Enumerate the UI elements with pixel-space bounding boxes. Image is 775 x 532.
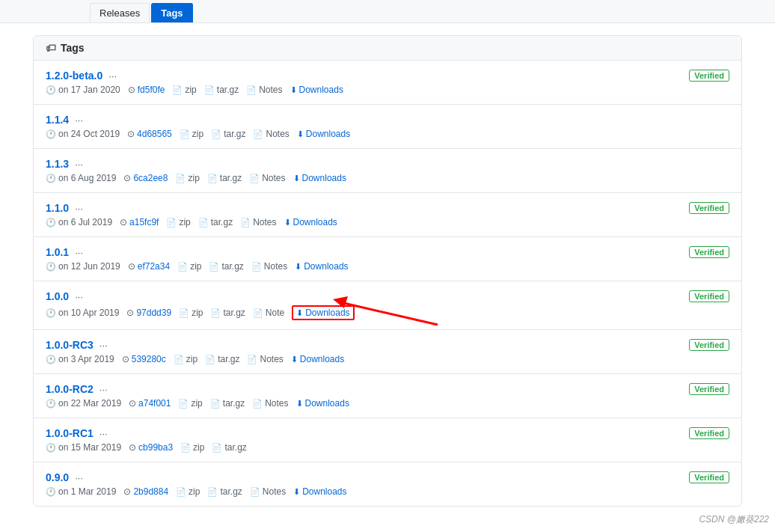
release-notes-link[interactable]: 📄 Notes [253, 129, 289, 139]
release-dots[interactable]: ··· [99, 428, 108, 439]
release-notes-link[interactable]: 📄 Notes [252, 398, 288, 409]
release-zip-link[interactable]: 📄 zip [180, 442, 204, 453]
verified-badge: Verified [689, 202, 729, 214]
release-targz-link[interactable]: 📄 tar.gz [211, 129, 245, 139]
release-targz-link[interactable]: 📄 tar.gz [207, 486, 242, 497]
verified-badge: Verified [689, 246, 729, 258]
tag-icon: 🏷 [46, 42, 56, 54]
main-container: 🏷 Tags 1.2.0-beta.0···Verified🕐 on 17 Ja… [21, 23, 754, 519]
release-version-link[interactable]: 1.0.0-RC3 [46, 339, 94, 351]
release-dots[interactable]: ··· [75, 159, 83, 170]
release-dots[interactable]: ··· [108, 70, 117, 82]
release-notes-link[interactable]: 📄 Notes [246, 85, 282, 95]
release-notes-link[interactable]: 📄 Notes [247, 354, 283, 364]
release-date: 🕐 on 6 Aug 2019 [46, 173, 116, 183]
release-commit[interactable]: ⊙ 6ca2ee8 [123, 173, 168, 183]
release-downloads-link[interactable]: ⬇ Downloads [295, 261, 348, 272]
table-row: 1.0.0-RC3···Verified🕐 on 3 Apr 2019⊙ 539… [34, 330, 741, 374]
release-targz-link[interactable]: 📄 tar.gz [207, 173, 242, 183]
release-version-link[interactable]: 1.1.0 [46, 202, 69, 214]
release-commit[interactable]: ⊙ a15fc9f [120, 217, 159, 227]
release-date: 🕐 on 1 Mar 2019 [46, 486, 116, 497]
release-targz-link[interactable]: 📄 tar.gz [198, 217, 233, 227]
tab-tags[interactable]: Tags [151, 3, 192, 22]
release-zip-link[interactable]: 📄 zip [180, 129, 203, 139]
release-targz-link[interactable]: 📄 tar.gz [209, 261, 243, 272]
tags-header: 🏷 Tags [34, 36, 741, 61]
release-date: 🕐 on 22 Mar 2019 [46, 398, 121, 409]
table-row: 0.9.0···Verified🕐 on 1 Mar 2019⊙ 2b9d884… [34, 462, 741, 506]
table-row: 1.0.1···Verified🕐 on 12 Jun 2019⊙ ef72a3… [34, 237, 741, 281]
release-commit[interactable]: ⊙ 97ddd39 [126, 308, 171, 318]
release-version-link[interactable]: 1.1.4 [46, 114, 69, 126]
release-commit[interactable]: ⊙ fd5f0fe [128, 85, 165, 95]
table-row: 1.0.0-RC1···Verified🕐 on 15 Mar 2019⊙ cb… [34, 418, 741, 462]
release-downloads-link[interactable]: ⬇ Downloads [290, 85, 343, 95]
release-notes-link[interactable]: 📄 Notes [249, 173, 285, 183]
verified-badge: Verified [689, 339, 729, 351]
tab-releases[interactable]: Releases [90, 3, 150, 22]
release-notes-link[interactable]: 📄 Notes [240, 217, 276, 227]
release-downloads-link[interactable]: ⬇ Downloads [293, 486, 346, 497]
release-date: 🕐 on 3 Apr 2019 [46, 354, 114, 364]
release-commit[interactable]: ⊙ 4d68565 [127, 129, 172, 139]
release-targz-link[interactable]: 📄 tar.gz [210, 398, 245, 409]
release-zip-link[interactable]: 📄 zip [179, 308, 203, 318]
release-notes-link[interactable]: 📄 Notes [251, 261, 287, 272]
release-zip-link[interactable]: 📄 zip [166, 217, 190, 227]
release-notes-link[interactable]: 📄 Notes [250, 486, 286, 497]
release-version-link[interactable]: 0.9.0 [46, 471, 69, 483]
release-zip-link[interactable]: 📄 zip [176, 486, 200, 497]
release-downloads-link[interactable]: ⬇ Downloads [292, 305, 354, 320]
release-commit[interactable]: ⊙ cb99ba3 [129, 442, 173, 453]
release-version-link[interactable]: 1.0.0 [46, 290, 69, 302]
release-dots[interactable]: ··· [75, 247, 83, 258]
release-targz-link[interactable]: 📄 tar.gz [212, 442, 246, 453]
release-zip-link[interactable]: 📄 zip [175, 173, 199, 183]
release-dots[interactable]: ··· [75, 114, 83, 126]
table-row: 1.0.0-RC2···Verified🕐 on 22 Mar 2019⊙ a7… [34, 374, 741, 418]
release-commit[interactable]: ⊙ ef72a34 [128, 261, 170, 272]
release-date: 🕐 on 10 Apr 2019 [46, 308, 119, 318]
release-zip-link[interactable]: 📄 zip [178, 398, 202, 409]
verified-badge: Verified [689, 290, 729, 302]
release-downloads-link[interactable]: ⬇ Downloads [296, 398, 349, 409]
release-zip-link[interactable]: 📄 zip [174, 354, 197, 364]
release-targz-link[interactable]: 📄 tar.gz [205, 354, 239, 364]
release-date: 🕐 on 15 Mar 2019 [46, 442, 121, 453]
verified-badge: Verified [689, 70, 729, 82]
release-version-link[interactable]: 1.1.3 [46, 158, 69, 170]
release-version-link[interactable]: 1.2.0-beta.0 [46, 70, 102, 82]
release-dots[interactable]: ··· [99, 340, 108, 351]
table-row: 1.1.0···Verified🕐 on 6 Jul 2019⊙ a15fc9f… [34, 193, 741, 237]
release-downloads-link[interactable]: ⬇ Downloads [284, 217, 337, 227]
release-commit[interactable]: ⊙ a74f001 [129, 398, 171, 409]
verified-badge: Verified [689, 427, 729, 439]
release-dots[interactable]: ··· [75, 203, 83, 214]
verified-badge: Verified [689, 383, 729, 395]
table-row: 1.2.0-beta.0···Verified🕐 on 17 Jan 2020⊙… [34, 61, 741, 105]
release-notes-link[interactable]: 📄 Note [253, 308, 284, 318]
release-targz-link[interactable]: 📄 tar.gz [210, 308, 245, 318]
release-version-link[interactable]: 1.0.0-RC2 [46, 383, 94, 395]
release-downloads-link[interactable]: ⬇ Downloads [297, 129, 350, 139]
release-version-link[interactable]: 1.0.0-RC1 [46, 427, 94, 439]
release-downloads-link[interactable]: ⬇ Downloads [293, 173, 346, 183]
table-row: 1.0.0···Verified🕐 on 10 Apr 2019⊙ 97ddd3… [34, 281, 741, 330]
release-commit[interactable]: ⊙ 539280c [122, 354, 166, 364]
tags-header-label: Tags [61, 42, 85, 54]
release-targz-link[interactable]: 📄 tar.gz [204, 85, 239, 95]
releases-list: 1.2.0-beta.0···Verified🕐 on 17 Jan 2020⊙… [34, 61, 741, 506]
release-downloads-link[interactable]: ⬇ Downloads [291, 354, 344, 364]
verified-badge: Verified [689, 471, 729, 483]
release-dots[interactable]: ··· [99, 384, 108, 395]
table-row: 1.1.3···🕐 on 6 Aug 2019⊙ 6ca2ee8📄 zip📄 t… [34, 149, 741, 193]
watermark: CSDN @嫩葵222 [699, 513, 769, 519]
release-version-link[interactable]: 1.0.1 [46, 246, 69, 258]
release-commit[interactable]: ⊙ 2b9d884 [123, 486, 168, 497]
release-dots[interactable]: ··· [75, 472, 83, 483]
release-date: 🕐 on 17 Jan 2020 [46, 85, 120, 95]
release-zip-link[interactable]: 📄 zip [172, 85, 196, 95]
release-dots[interactable]: ··· [75, 291, 83, 302]
release-zip-link[interactable]: 📄 zip [177, 261, 201, 272]
